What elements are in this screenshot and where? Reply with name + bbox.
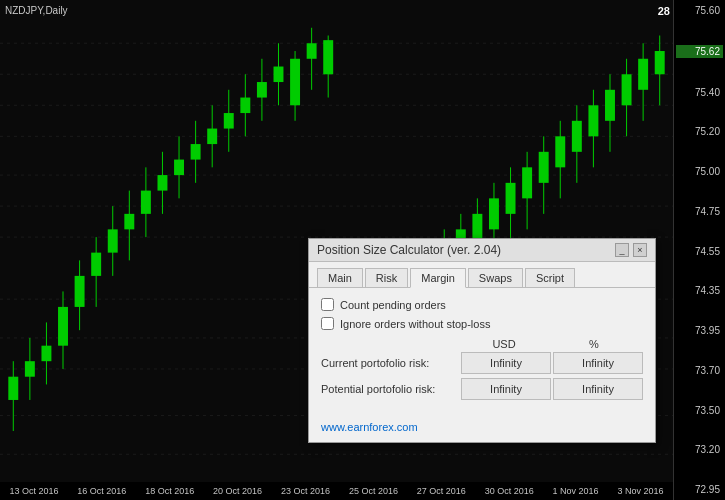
position-size-calculator-dialog: Position Size Calculator (ver. 2.04) _ ×…: [308, 238, 656, 443]
pct-column-header: %: [549, 338, 639, 350]
current-risk-label: Current portofolio risk:: [321, 357, 459, 369]
date-label-2: 16 Oct 2016: [77, 486, 126, 496]
tab-risk[interactable]: Risk: [365, 268, 408, 287]
tab-swaps[interactable]: Swaps: [468, 268, 523, 287]
earnforex-link[interactable]: www.earnforex.com: [321, 421, 418, 433]
minimize-button[interactable]: _: [615, 243, 629, 257]
dialog-footer: www.earnforex.com: [309, 414, 655, 442]
date-label-1: 13 Oct 2016: [9, 486, 58, 496]
price-label-7: 74.35: [676, 285, 723, 296]
date-label-8: 30 Oct 2016: [485, 486, 534, 496]
date-label-6: 25 Oct 2016: [349, 486, 398, 496]
date-label-7: 27 Oct 2016: [417, 486, 466, 496]
dialog-body: Count pending orders Ignore orders witho…: [309, 288, 655, 414]
date-label-5: 23 Oct 2016: [281, 486, 330, 496]
price-label-3: 75.20: [676, 126, 723, 137]
ignore-stoploss-label: Ignore orders without stop-loss: [340, 318, 490, 330]
usd-column-header: USD: [459, 338, 549, 350]
dialog-title: Position Size Calculator (ver. 2.04): [317, 243, 501, 257]
table-header: USD %: [321, 338, 643, 350]
current-risk-pct: Infinity: [553, 352, 643, 374]
price-label-1: 75.60: [676, 5, 723, 16]
count-pending-checkbox[interactable]: [321, 298, 334, 311]
dialog-tabs: Main Risk Margin Swaps Script: [309, 262, 655, 288]
tab-main[interactable]: Main: [317, 268, 363, 287]
price-label-4: 75.00: [676, 166, 723, 177]
count-pending-row: Count pending orders: [321, 298, 643, 311]
price-label-2: 75.40: [676, 87, 723, 98]
date-label-9: 1 Nov 2016: [553, 486, 599, 496]
current-risk-usd: Infinity: [461, 352, 551, 374]
chart-container: NZDJPY,Daily 28 75.60 75.62 75.40 75.20 …: [0, 0, 725, 500]
chart-current-price: 28: [658, 5, 670, 17]
tab-margin[interactable]: Margin: [410, 268, 466, 288]
current-risk-row: Current portofolio risk: Infinity Infini…: [321, 352, 643, 374]
date-label-4: 20 Oct 2016: [213, 486, 262, 496]
price-label-10: 73.50: [676, 405, 723, 416]
price-label-12: 72.95: [676, 484, 723, 495]
dialog-titlebar: Position Size Calculator (ver. 2.04) _ ×: [309, 239, 655, 262]
potential-risk-usd: Infinity: [461, 378, 551, 400]
dialog-controls: _ ×: [615, 243, 647, 257]
price-label-11: 73.20: [676, 444, 723, 455]
price-label-9: 73.70: [676, 365, 723, 376]
ignore-stoploss-checkbox[interactable]: [321, 317, 334, 330]
date-axis: 13 Oct 2016 16 Oct 2016 18 Oct 2016 20 O…: [0, 482, 673, 500]
date-label-10: 3 Nov 2016: [617, 486, 663, 496]
potential-risk-pct: Infinity: [553, 378, 643, 400]
tab-script[interactable]: Script: [525, 268, 575, 287]
date-label-3: 18 Oct 2016: [145, 486, 194, 496]
price-label-6: 74.55: [676, 246, 723, 257]
chart-title: NZDJPY,Daily: [5, 5, 68, 16]
price-label-8: 73.95: [676, 325, 723, 336]
close-button[interactable]: ×: [633, 243, 647, 257]
price-label-5: 74.75: [676, 206, 723, 217]
price-highlight: 75.62: [676, 45, 723, 58]
price-axis: 75.60 75.62 75.40 75.20 75.00 74.75 74.5…: [673, 0, 725, 500]
ignore-stoploss-row: Ignore orders without stop-loss: [321, 317, 643, 330]
potential-risk-row: Potential portofolio risk: Infinity Infi…: [321, 378, 643, 400]
count-pending-label: Count pending orders: [340, 299, 446, 311]
risk-table: USD % Current portofolio risk: Infinity …: [321, 338, 643, 400]
potential-risk-label: Potential portofolio risk:: [321, 383, 459, 395]
